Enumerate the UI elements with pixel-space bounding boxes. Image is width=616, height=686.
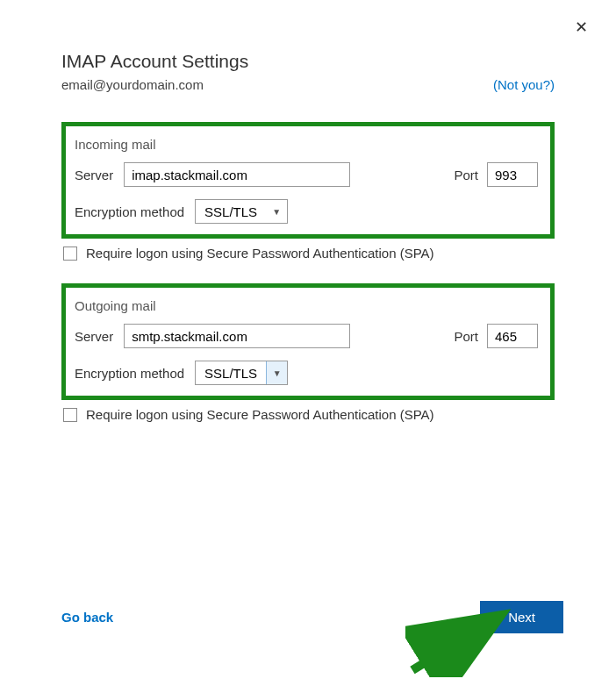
outgoing-server-label: Server <box>75 329 113 344</box>
incoming-port-input[interactable] <box>487 162 538 187</box>
incoming-encryption-value: SSL/TLS <box>196 204 266 219</box>
outgoing-mail-section: Outgoing mail Server Port Encryption met… <box>61 283 555 400</box>
incoming-section-label: Incoming mail <box>75 137 541 152</box>
outgoing-encryption-value: SSL/TLS <box>196 366 266 381</box>
incoming-mail-section: Incoming mail Server Port Encryption met… <box>61 122 555 239</box>
outgoing-section-label: Outgoing mail <box>75 298 541 313</box>
outgoing-server-input[interactable] <box>124 324 350 348</box>
outgoing-spa-checkbox[interactable] <box>63 408 77 422</box>
svg-line-1 <box>412 623 489 670</box>
incoming-spa-label: Require logon using Secure Password Auth… <box>86 246 434 261</box>
incoming-encryption-label: Encryption method <box>75 204 184 219</box>
outgoing-spa-row: Require logon using Secure Password Auth… <box>63 407 555 422</box>
outgoing-encryption-row: Encryption method SSL/TLS ▼ <box>75 361 541 385</box>
outgoing-port-label: Port <box>454 329 478 344</box>
incoming-port-label: Port <box>454 168 478 182</box>
incoming-encryption-select[interactable]: SSL/TLS ▼ <box>195 199 288 224</box>
go-back-link[interactable]: Go back <box>61 610 113 625</box>
outgoing-spa-label: Require logon using Secure Password Auth… <box>86 407 434 422</box>
annotation-arrow-icon <box>405 607 511 677</box>
outgoing-encryption-select[interactable]: SSL/TLS ▼ <box>195 361 288 385</box>
page-title: IMAP Account Settings <box>61 51 555 72</box>
close-button[interactable]: ✕ <box>575 18 588 37</box>
incoming-spa-row: Require logon using Secure Password Auth… <box>63 246 555 261</box>
outgoing-encryption-label: Encryption method <box>75 366 184 381</box>
chevron-down-icon: ▼ <box>266 200 287 223</box>
not-you-link[interactable]: (Not you?) <box>493 77 555 92</box>
incoming-server-row: Server Port <box>75 162 541 187</box>
incoming-spa-checkbox[interactable] <box>63 247 77 261</box>
incoming-server-input[interactable] <box>124 162 350 187</box>
outgoing-port-input[interactable] <box>487 324 538 348</box>
header-row: email@yourdomain.com (Not you?) <box>61 77 555 92</box>
chevron-down-icon: ▼ <box>266 361 287 384</box>
dialog-content: IMAP Account Settings email@yourdomain.c… <box>0 0 616 471</box>
account-email: email@yourdomain.com <box>61 77 204 92</box>
outgoing-server-row: Server Port <box>75 324 541 348</box>
incoming-server-label: Server <box>75 168 113 182</box>
incoming-encryption-row: Encryption method SSL/TLS ▼ <box>75 199 541 224</box>
